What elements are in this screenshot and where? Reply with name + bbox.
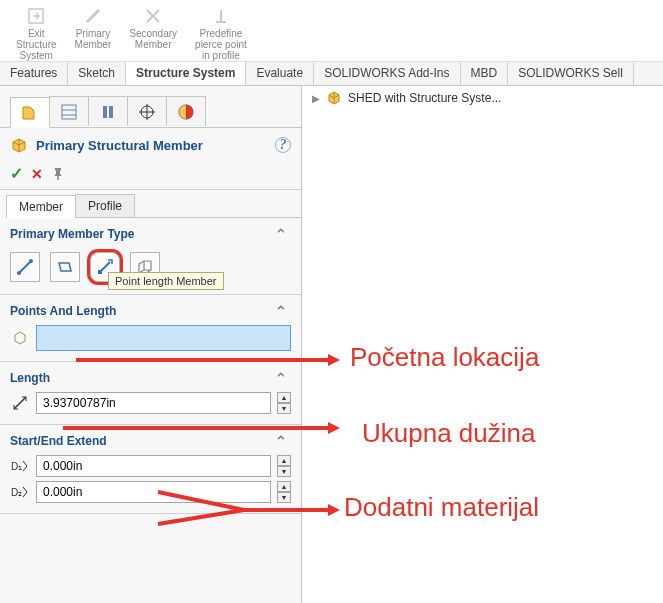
breadcrumb: ▶ SHED with Structure Syste... xyxy=(312,90,501,106)
ribbon-label: Primary Member xyxy=(75,28,112,50)
config-icon[interactable] xyxy=(88,96,128,126)
target-icon[interactable] xyxy=(127,96,167,126)
member-cube-icon xyxy=(10,136,28,154)
tab-sell[interactable]: SOLIDWORKS Sell xyxy=(508,62,634,85)
svg-rect-5 xyxy=(109,106,113,118)
ribbon-toolbar: Exit Structure System Primary Member Sec… xyxy=(0,0,663,62)
svg-rect-14 xyxy=(98,270,102,274)
chevron-up-icon: ⌃ xyxy=(275,370,291,386)
svg-line-11 xyxy=(19,261,31,273)
svg-rect-4 xyxy=(103,106,107,118)
section-header[interactable]: Points And Length ⌃ xyxy=(10,303,291,319)
ribbon-secondary-member[interactable]: Secondary Member xyxy=(129,4,177,61)
panel-nav-icons xyxy=(0,86,301,128)
annotation-arrow-icon xyxy=(328,422,340,434)
d2-input[interactable] xyxy=(36,481,271,503)
assembly-cube-icon xyxy=(326,90,342,106)
d1-spinner[interactable]: ▲▼ xyxy=(277,455,291,477)
ribbon-pierce-point[interactable]: Predefine pierce point in profile xyxy=(195,4,247,61)
ribbon-label: Predefine pierce point in profile xyxy=(195,28,247,61)
annotation-line xyxy=(63,426,330,430)
tab-sketch[interactable]: Sketch xyxy=(68,62,126,85)
section-header[interactable]: Length ⌃ xyxy=(10,370,291,386)
svg-point-12 xyxy=(17,271,21,275)
length-dimension-icon xyxy=(10,393,30,413)
annotation-label: Početna lokacija xyxy=(350,342,539,373)
cube-selection-icon xyxy=(10,328,30,348)
cancel-button[interactable]: ✕ xyxy=(31,166,43,182)
primary-member-icon xyxy=(83,6,103,26)
d1-extend-icon: D₁ xyxy=(10,456,30,476)
property-grid-icon[interactable] xyxy=(49,96,89,126)
appearance-icon[interactable] xyxy=(166,96,206,126)
ribbon-primary-member[interactable]: Primary Member xyxy=(75,4,112,61)
property-manager-panel: Primary Structural Member ? ✓ ✕ Member P… xyxy=(0,86,302,603)
svg-text:D₁: D₁ xyxy=(11,461,22,472)
annotation-label: Ukupna dužina xyxy=(362,418,535,449)
breadcrumb-arrow-icon: ▶ xyxy=(312,93,320,104)
tooltip-point-length: Point length Member xyxy=(108,272,224,290)
tab-addins[interactable]: SOLIDWORKS Add-Ins xyxy=(314,62,460,85)
sub-tabs: Member Profile xyxy=(6,194,301,218)
svg-point-13 xyxy=(29,259,33,263)
annotation-label: Dodatni materijal xyxy=(344,492,539,523)
type-path-segment[interactable] xyxy=(10,252,40,282)
type-ref-plane[interactable] xyxy=(50,252,80,282)
section-header[interactable]: Primary Member Type ⌃ xyxy=(10,226,291,242)
annotation-line xyxy=(76,358,330,362)
breadcrumb-label: SHED with Structure Syste... xyxy=(348,91,501,105)
ribbon-exit-structure[interactable]: Exit Structure System xyxy=(16,4,57,61)
chevron-up-icon: ⌃ xyxy=(275,433,291,449)
points-selection-box[interactable] xyxy=(36,325,291,351)
section-header[interactable]: Start/End Extend ⌃ xyxy=(10,433,291,449)
annotation-arrow-icon xyxy=(328,354,340,366)
feature-tree-icon[interactable] xyxy=(10,97,50,128)
d1-input[interactable] xyxy=(36,455,271,477)
action-row: ✓ ✕ xyxy=(0,162,301,189)
chevron-up-icon: ⌃ xyxy=(275,303,291,319)
svg-rect-1 xyxy=(62,105,76,119)
section-length: Length ⌃ ▲▼ xyxy=(0,362,301,422)
section-start-end-extend: Start/End Extend ⌃ D₁ ▲▼ D₂ ▲▼ xyxy=(0,425,301,511)
ribbon-label: Secondary Member xyxy=(129,28,177,50)
length-input[interactable] xyxy=(36,392,271,414)
ok-button[interactable]: ✓ xyxy=(10,164,23,183)
d2-spinner[interactable]: ▲▼ xyxy=(277,481,291,503)
d2-extend-icon: D₂ xyxy=(10,482,30,502)
help-icon[interactable]: ? xyxy=(275,137,291,153)
sub-tab-member[interactable]: Member xyxy=(6,195,76,218)
section-primary-member-type: Primary Member Type ⌃ Point length Membe… xyxy=(0,218,301,292)
ribbon-label: Exit Structure System xyxy=(16,28,57,61)
tab-evaluate[interactable]: Evaluate xyxy=(246,62,314,85)
tab-features[interactable]: Features xyxy=(0,62,68,85)
secondary-member-icon xyxy=(143,6,163,26)
sub-tab-profile[interactable]: Profile xyxy=(75,194,135,217)
exit-structure-icon xyxy=(26,6,46,26)
chevron-up-icon: ⌃ xyxy=(275,226,291,242)
pushpin-button[interactable] xyxy=(51,167,65,181)
svg-text:D₂: D₂ xyxy=(11,487,22,498)
tab-structure-system[interactable]: Structure System xyxy=(126,62,246,85)
panel-title: Primary Structural Member xyxy=(36,138,203,153)
length-spinner[interactable]: ▲▼ xyxy=(277,392,291,414)
command-tabs: Features Sketch Structure System Evaluat… xyxy=(0,62,663,86)
pierce-point-icon xyxy=(211,6,231,26)
tab-mbd[interactable]: MBD xyxy=(461,62,509,85)
section-points-and-length: Points And Length ⌃ xyxy=(0,295,301,359)
panel-title-row: Primary Structural Member ? xyxy=(0,128,301,162)
